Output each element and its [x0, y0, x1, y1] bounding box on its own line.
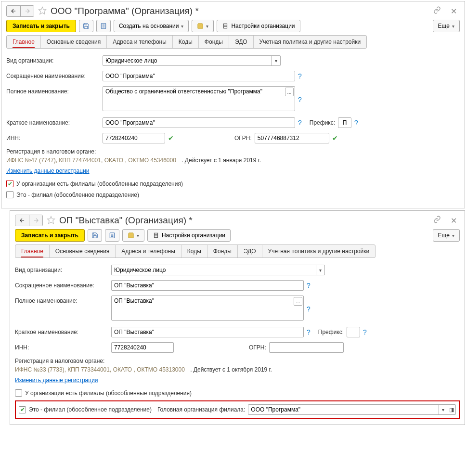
tab-addresses[interactable]: Адреса и телефоны — [107, 36, 173, 48]
inn-input[interactable] — [111, 342, 174, 353]
tab-main[interactable]: Главное — [7, 36, 41, 48]
save-and-close-button[interactable]: Записать и закрыть — [15, 229, 85, 242]
org-type-input[interactable] — [105, 57, 270, 64]
tab-codes[interactable]: Коды — [173, 36, 199, 48]
prefix-input[interactable] — [338, 117, 351, 128]
help-icon[interactable]: ? — [298, 72, 302, 80]
chevron-down-icon[interactable]: ▾ — [439, 405, 447, 414]
help-icon[interactable]: ? — [298, 96, 302, 103]
parent-org-select[interactable]: ▾ ◨ — [248, 404, 456, 415]
chevron-down-icon[interactable]: ▾ — [316, 265, 324, 275]
prefix-label: Префикс: — [310, 119, 335, 126]
org-settings-button[interactable]: Настройки организации — [217, 20, 300, 32]
help-icon[interactable]: ? — [307, 305, 311, 313]
ellipsis-button[interactable]: ... — [285, 88, 294, 96]
help-icon[interactable]: ? — [354, 119, 358, 127]
change-registration-link[interactable]: Изменить данные регистрации — [6, 167, 90, 174]
brief-name-input[interactable] — [111, 327, 304, 337]
has-branches-checkbox[interactable]: ✔ — [6, 180, 13, 187]
tax-reg-date: . Действует с 1 января 2019 г. — [181, 157, 261, 164]
check-icon: ✔ — [332, 134, 338, 142]
is-branch-checkbox[interactable]: ✔ — [19, 406, 26, 413]
full-name-textarea[interactable] — [111, 296, 304, 321]
help-icon[interactable]: ? — [298, 119, 302, 127]
is-branch-checkbox[interactable] — [6, 191, 13, 198]
ogrn-input[interactable] — [269, 342, 344, 353]
org-settings-button[interactable]: Настройки организации — [147, 229, 231, 242]
save-button[interactable] — [79, 20, 93, 32]
help-icon[interactable]: ? — [307, 282, 311, 289]
tab-accounting-policy[interactable]: Учетная политика и другие настройки — [254, 36, 367, 48]
nav-buttons — [6, 5, 34, 17]
link-icon[interactable] — [433, 216, 441, 225]
org-type-select[interactable]: ▾ — [111, 265, 325, 275]
close-button[interactable]: ✕ — [448, 6, 460, 16]
org-type-label: Вид организации: — [6, 55, 103, 64]
inn-input[interactable] — [103, 133, 165, 143]
window-title: ООО "Программа" (Организация) * — [51, 6, 199, 16]
tab-accounting-policy[interactable]: Учетная политика и другие настройки — [262, 245, 375, 257]
tab-edo[interactable]: ЭДО — [229, 36, 254, 48]
chevron-down-icon[interactable]: ▾ — [272, 56, 280, 65]
tab-funds[interactable]: Фонды — [207, 245, 238, 257]
tab-basic-info[interactable]: Основные сведения — [50, 245, 116, 257]
prefix-input[interactable] — [347, 327, 360, 337]
create-based-on-button[interactable]: Создать на основании▾ — [114, 20, 189, 32]
has-branches-label: У организации есть филиалы (обособленные… — [25, 390, 192, 397]
short-name-label: Сокращенное наименование: — [15, 280, 111, 289]
tab-basic-info[interactable]: Основные сведения — [41, 36, 107, 48]
inn-label: ИНН: — [6, 133, 103, 142]
tab-addresses[interactable]: Адреса и телефоны — [116, 245, 181, 257]
more-button[interactable]: Еще▾ — [433, 20, 460, 32]
tab-codes[interactable]: Коды — [181, 245, 207, 257]
tab-main[interactable]: Главное — [15, 245, 50, 257]
list-button[interactable] — [105, 229, 119, 242]
org-type-input[interactable] — [114, 267, 314, 273]
full-name-label: Полное наименование: — [15, 296, 111, 304]
full-name-textarea[interactable] — [103, 86, 295, 111]
ogrn-input[interactable] — [255, 133, 329, 143]
list-button[interactable] — [96, 20, 111, 32]
nav-buttons — [15, 215, 43, 226]
is-branch-label: Это - филиал (обособленное подразделение… — [29, 406, 152, 413]
save-button[interactable] — [88, 229, 102, 242]
save-and-close-button[interactable]: Записать и закрыть — [6, 20, 76, 32]
ellipsis-button[interactable]: ... — [294, 297, 302, 306]
org-type-select[interactable]: ▾ — [103, 55, 281, 66]
star-icon[interactable] — [47, 216, 55, 226]
full-name-label: Полное наименование: — [6, 86, 103, 95]
back-button[interactable] — [15, 215, 29, 226]
svg-marker-0 — [39, 7, 46, 14]
short-name-input[interactable] — [103, 71, 295, 81]
attach-button[interactable]: ▾ — [192, 20, 214, 32]
forward-button[interactable] — [29, 215, 42, 226]
tax-reg-label: Регистрация в налоговом органе: — [15, 358, 460, 364]
parent-org-input[interactable] — [251, 406, 437, 413]
back-button[interactable] — [7, 6, 20, 16]
tax-reg-info: ИФНС №47 (7747), КПП 774744001, ОКАТО , … — [6, 157, 176, 164]
window-title: ОП "Выставка" (Организация) * — [59, 215, 193, 226]
ogrn-label: ОГРН: — [249, 344, 266, 351]
tab-funds[interactable]: Фонды — [199, 36, 229, 48]
check-icon: ✔ — [168, 134, 174, 142]
open-icon[interactable]: ◨ — [447, 405, 455, 414]
close-button[interactable]: ✕ — [448, 216, 460, 226]
brief-name-input[interactable] — [103, 117, 295, 128]
parent-org-label: Головная организация филиала: — [157, 406, 245, 413]
tabs: Главное Основные сведения Адреса и телеф… — [15, 244, 375, 258]
forward-button[interactable] — [20, 6, 34, 16]
has-branches-checkbox[interactable] — [15, 389, 22, 397]
tab-edo[interactable]: ЭДО — [238, 245, 262, 257]
star-icon[interactable] — [38, 6, 47, 16]
help-icon[interactable]: ? — [363, 328, 367, 336]
more-button[interactable]: Еще▾ — [433, 229, 460, 242]
link-icon[interactable] — [433, 6, 441, 16]
change-registration-link[interactable]: Изменить данные регистрации — [15, 377, 98, 384]
help-icon[interactable]: ? — [307, 328, 311, 336]
tax-reg-info: ИФНС №33 (7733), КПП 773344001, ОКАТО , … — [15, 366, 185, 373]
attach-button[interactable]: ▾ — [122, 229, 144, 242]
short-name-input[interactable] — [111, 280, 304, 291]
brief-name-label: Краткое наименование: — [15, 327, 111, 335]
toolbar: Записать и закрыть ▾ Настройки организац… — [15, 229, 460, 242]
prefix-label: Префикс: — [318, 329, 344, 335]
